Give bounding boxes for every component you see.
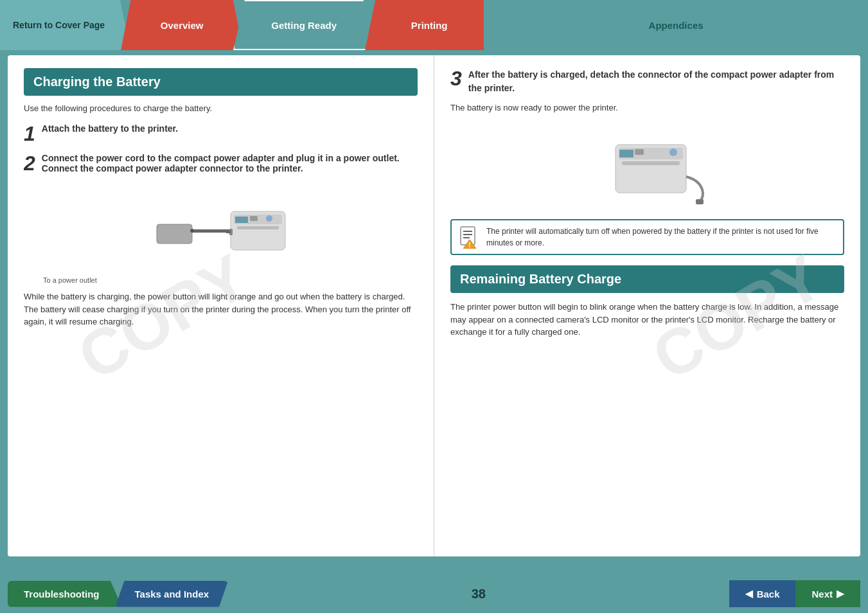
back-button[interactable]: ◀ Back	[729, 580, 796, 607]
svg-point-2	[190, 229, 194, 233]
svg-rect-14	[635, 149, 644, 155]
bottom-right: ◀ Back Next ▶	[729, 580, 860, 607]
printer-svg-right	[583, 132, 712, 209]
nav-printing[interactable]: Printing	[365, 0, 493, 50]
troubleshooting-button[interactable]: Troubleshooting	[8, 581, 122, 607]
section-title-battery: Remaining Battery Charge	[450, 265, 844, 293]
svg-rect-6	[250, 216, 258, 221]
section-title-charging: Charging the Battery	[24, 68, 418, 96]
svg-rect-0	[157, 224, 192, 244]
step2-number: 2	[24, 153, 35, 173]
svg-rect-21	[463, 237, 470, 238]
svg-rect-20	[463, 234, 472, 235]
printer-illustration-left: To a power outlet	[24, 189, 418, 284]
main-content: COPY COPY Charging the Battery Use the f…	[8, 55, 860, 556]
page-number: 38	[228, 587, 729, 601]
nav-overview-label: Overview	[161, 20, 204, 31]
nav-appendices[interactable]: Appendices	[484, 0, 868, 50]
nav-return-to-cover[interactable]: Return to Cover Page	[0, 0, 130, 50]
note-box: ! The printer will automatically turn of…	[450, 219, 844, 255]
svg-point-7	[266, 215, 272, 222]
top-navigation: Return to Cover Page Overview Getting Re…	[0, 0, 868, 50]
nav-printing-label: Printing	[411, 20, 448, 31]
svg-rect-16	[619, 150, 633, 157]
battery-text: The printer power button will begin to b…	[450, 301, 844, 339]
nav-appendices-label: Appendices	[649, 20, 704, 31]
tasks-index-button[interactable]: Tasks and Index	[116, 581, 229, 607]
svg-rect-9	[226, 231, 231, 233]
step1-number: 1	[24, 123, 35, 144]
right-panel: 3 After the battery is charged, detach t…	[434, 55, 860, 556]
svg-rect-17	[696, 199, 704, 204]
step-3: 3 After the battery is charged, detach t…	[450, 68, 844, 123]
printer-svg-left	[150, 189, 292, 272]
printer-illustration-right	[450, 132, 844, 211]
svg-text:!: !	[468, 242, 470, 249]
step2-text: Connect the power cord to the compact po…	[42, 153, 418, 173]
nav-getting-ready-label: Getting Ready	[271, 20, 337, 31]
left-panel: Charging the Battery Use the following p…	[8, 55, 434, 556]
step3-sub: The battery is now ready to power the pr…	[450, 103, 844, 112]
note-icon: !	[459, 226, 480, 249]
nav-overview[interactable]: Overview	[121, 0, 243, 50]
nav-getting-ready[interactable]: Getting Ready	[233, 0, 375, 50]
power-outlet-label: To a power outlet	[43, 276, 418, 284]
bottom-navigation: Troubleshooting Tasks and Index 38 ◀ Bac…	[0, 574, 868, 613]
next-button[interactable]: Next ▶	[795, 580, 860, 607]
step3-text: After the battery is charged, detach the…	[450, 68, 844, 95]
back-arrow-icon: ◀	[745, 588, 753, 600]
note-text: The printer will automatically turn off …	[486, 226, 835, 249]
svg-rect-5	[237, 226, 279, 229]
svg-rect-13	[622, 161, 680, 165]
nav-return-label: Return to Cover Page	[13, 20, 105, 30]
step3-number: 3	[450, 68, 462, 89]
step-2: 2 Connect the power cord to the compact …	[24, 153, 418, 180]
step-1: 1 Attach the battery to the printer.	[24, 123, 418, 144]
svg-point-15	[669, 148, 677, 156]
charging-note: While the battery is charging, the power…	[24, 290, 418, 328]
svg-rect-19	[463, 231, 472, 232]
bottom-left: Troubleshooting Tasks and Index	[8, 581, 228, 607]
svg-rect-1	[192, 229, 231, 233]
next-arrow-icon: ▶	[837, 588, 844, 600]
step1-text: Attach the battery to the printer.	[42, 123, 418, 134]
svg-rect-10	[235, 217, 248, 223]
intro-text: Use the following procedures to charge t…	[24, 103, 418, 113]
